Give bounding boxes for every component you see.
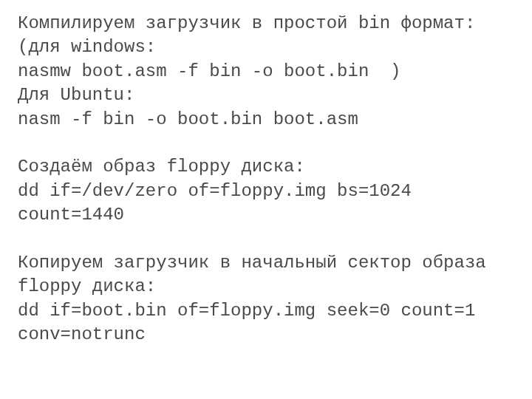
- blank-line: [18, 228, 514, 251]
- text-line: Компилируем загрузчик в простой bin форм…: [18, 12, 514, 35]
- text-line: dd if=boot.bin of=floppy.img seek=0 coun…: [18, 299, 514, 347]
- text-line: Копируем загрузчик в начальный сектор об…: [18, 251, 514, 299]
- text-line: dd if=/dev/zero of=floppy.img bs=1024 co…: [18, 180, 514, 228]
- blank-line: [18, 132, 514, 155]
- text-line: nasm -f bin -o boot.bin boot.asm: [18, 108, 514, 132]
- text-line: (для windows:: [18, 35, 514, 59]
- text-line: Создаём образ floppy диска:: [18, 155, 514, 179]
- text-line: nasmw boot.asm -f bin -o boot.bin ): [18, 60, 514, 83]
- document-body: Компилируем загрузчик в простой bin форм…: [18, 12, 514, 347]
- text-line: Для Ubuntu:: [18, 83, 514, 107]
